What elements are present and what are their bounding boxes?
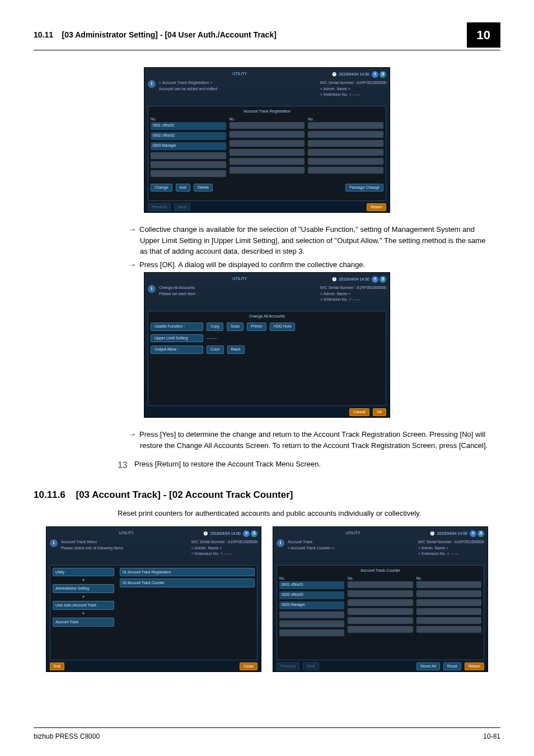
datetime: 2010/04/04 14:00: [210, 531, 241, 537]
instruction-text: Press [OK]. A dialog will be displayed t…: [140, 259, 489, 270]
inner-panel-title: Change All Accounts: [151, 314, 383, 320]
accessibility-icon[interactable]: ♿: [251, 530, 257, 537]
account-entry-empty: [229, 131, 305, 138]
column-header: No.: [308, 116, 383, 122]
reset-all-button[interactable]: Reset All: [416, 662, 440, 671]
help-icon[interactable]: ?: [470, 530, 476, 537]
menu-account-track-registration[interactable]: 01 Account Track Registration: [120, 568, 255, 577]
close-button[interactable]: Close: [240, 662, 257, 671]
black-toggle[interactable]: Black: [227, 346, 245, 354]
step-number: 13: [118, 459, 134, 472]
panel-info-line1: < Account Track Registration >: [159, 80, 317, 86]
account-entry-empty: [348, 590, 413, 597]
account-entry[interactable]: 0002 office02: [151, 132, 226, 140]
datetime: 2010/04/04 14:00: [339, 72, 370, 78]
reset-button[interactable]: Reset: [443, 662, 461, 671]
chevron-down-icon: ▼: [53, 612, 114, 615]
serial-value: A1RF001000008: [228, 540, 257, 544]
account-entry[interactable]: 0003 Manager: [151, 142, 226, 150]
accessibility-icon[interactable]: ♿: [380, 276, 386, 283]
account-entry-empty: [416, 581, 481, 588]
extension-value: ------: [353, 92, 360, 96]
account-entry[interactable]: 0003 Manager: [279, 601, 344, 609]
chapter-indicator: 10: [467, 22, 500, 48]
instruction-text: Press [Yes] to determine the change and …: [140, 429, 489, 451]
account-track-counter-panel: UTILITY 🕐 2010/04/04 14:00 ? ♿ i Account…: [273, 526, 488, 672]
cancel-button[interactable]: Cancel: [349, 408, 369, 417]
previous-button[interactable]: Previous: [148, 203, 171, 212]
accessibility-icon[interactable]: ♿: [380, 71, 386, 78]
account-entry-empty: [348, 581, 413, 588]
accessibility-icon[interactable]: ♿: [477, 530, 484, 537]
account-entry[interactable]: 0001 office01: [151, 122, 226, 130]
info-icon: i: [50, 539, 58, 547]
chevron-down-icon: ▼: [53, 578, 114, 582]
subsection-description: Reset print counters for authenticated a…: [118, 508, 500, 519]
account-entry-empty: [308, 122, 383, 129]
panel-info-line2: Please select one of following items: [61, 545, 188, 552]
output-allow-label: Output Allow :: [151, 346, 203, 354]
datetime: 2010/04/04 14:00: [339, 277, 370, 283]
clock-icon: 🕐: [203, 531, 208, 537]
help-icon[interactable]: ?: [243, 530, 250, 537]
account-entry-empty: [348, 617, 413, 624]
serial-value: A1RF001000008: [357, 81, 386, 85]
info-icon: i: [148, 285, 156, 293]
menu-account-track-counter[interactable]: 02 Account Track Counter: [120, 578, 255, 587]
account-entry-empty: [151, 170, 226, 177]
breadcrumb-user-auth[interactable]: User Auth./Account Track: [53, 601, 114, 610]
info-icon: i: [277, 539, 284, 547]
help-icon[interactable]: ?: [372, 276, 378, 283]
next-button[interactable]: Next: [174, 203, 190, 212]
column-header: No.: [348, 576, 413, 581]
hdd-hold-toggle[interactable]: HDD Hold: [270, 323, 296, 331]
breadcrumb-admin-setting[interactable]: Administrator Setting: [53, 584, 114, 593]
inner-panel-title: Account Track Registration: [151, 109, 383, 115]
return-button[interactable]: Return: [367, 203, 386, 212]
add-button[interactable]: Add: [176, 184, 190, 192]
extension-value: ------: [451, 552, 458, 556]
subsection-heading: 10.11.6 [03 Account Track] - [02 Account…: [34, 488, 500, 502]
utility-label: UTILITY: [277, 530, 430, 537]
account-entry-empty: [308, 167, 383, 174]
return-button[interactable]: Return: [465, 662, 484, 671]
step-text: Press [Return] to restore the Account Tr…: [134, 459, 321, 470]
product-name: bizhub PRESS C8000: [34, 731, 100, 741]
previous-button[interactable]: Previous: [277, 662, 299, 671]
change-button[interactable]: Change: [151, 184, 172, 192]
account-entry[interactable]: 0002 office02: [279, 591, 344, 599]
account-entry-empty: [229, 140, 305, 147]
help-icon[interactable]: ?: [372, 71, 378, 78]
upper-limit-value: --------: [207, 335, 217, 342]
account-entry-empty: [348, 599, 413, 606]
utility-label: UTILITY: [148, 71, 332, 78]
ok-button[interactable]: OK: [373, 408, 386, 417]
scan-toggle[interactable]: Scan: [227, 323, 243, 331]
panel-info-line2: Account can be added and edited: [159, 86, 317, 92]
account-entry-empty: [308, 158, 383, 165]
datetime: 2010/04/04 14:00: [437, 531, 468, 537]
panel-info-line1: Account Track: [288, 539, 415, 545]
delete-button[interactable]: Delete: [194, 184, 213, 192]
account-entry-empty: [308, 149, 383, 156]
admin-name-label: < Admin. Name >: [320, 86, 386, 92]
exit-button[interactable]: Exit: [50, 662, 64, 671]
upper-limit-setting-button[interactable]: Upper Limit Setting: [151, 334, 203, 343]
printer-toggle[interactable]: Printer: [247, 323, 266, 331]
clock-icon: 🕐: [332, 277, 337, 283]
copy-toggle[interactable]: Copy: [207, 323, 223, 331]
breadcrumb-utility[interactable]: Utility: [53, 568, 114, 577]
package-change-button[interactable]: Package Change: [345, 184, 383, 192]
account-entry-empty: [416, 599, 481, 606]
breadcrumb-account-track[interactable]: Account Track: [53, 618, 114, 627]
next-button[interactable]: Next: [303, 662, 318, 671]
account-entry-empty: [308, 140, 383, 147]
account-entry[interactable]: 0001 office01: [279, 581, 344, 589]
clock-icon: 🕐: [430, 531, 435, 537]
clock-icon: 🕐: [332, 72, 337, 78]
color-toggle[interactable]: Color: [207, 346, 224, 354]
account-entry-empty: [229, 167, 305, 174]
section-title: [03 Administrator Setting] - [04 User Au…: [62, 30, 277, 39]
panel-info-line1: Account Track Menu: [61, 539, 188, 545]
serial-label: M/C Serial Number :: [320, 81, 355, 85]
